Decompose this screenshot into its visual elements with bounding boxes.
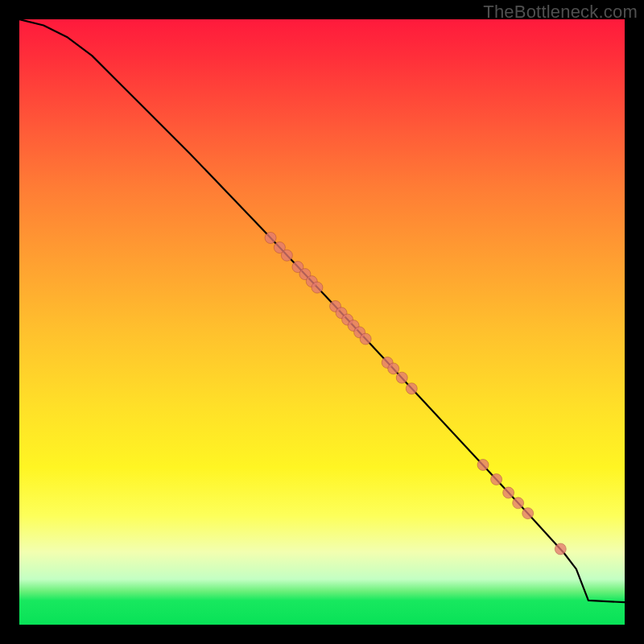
data-dot <box>513 497 524 509</box>
data-dot <box>503 487 514 498</box>
data-dot <box>406 383 417 394</box>
chart-svg <box>19 19 625 625</box>
data-dot <box>312 282 323 293</box>
data-dot <box>477 459 489 470</box>
data-dot <box>265 232 276 243</box>
data-dot <box>522 508 534 519</box>
data-dot <box>555 543 566 555</box>
data-dot <box>388 363 399 374</box>
chart-area <box>19 19 625 625</box>
main-curve <box>19 19 625 602</box>
watermark-text: TheBottleneck.com <box>483 2 638 23</box>
data-dot <box>360 333 371 345</box>
data-dot <box>396 372 407 383</box>
data-dot <box>491 474 502 485</box>
data-dot <box>281 250 292 261</box>
